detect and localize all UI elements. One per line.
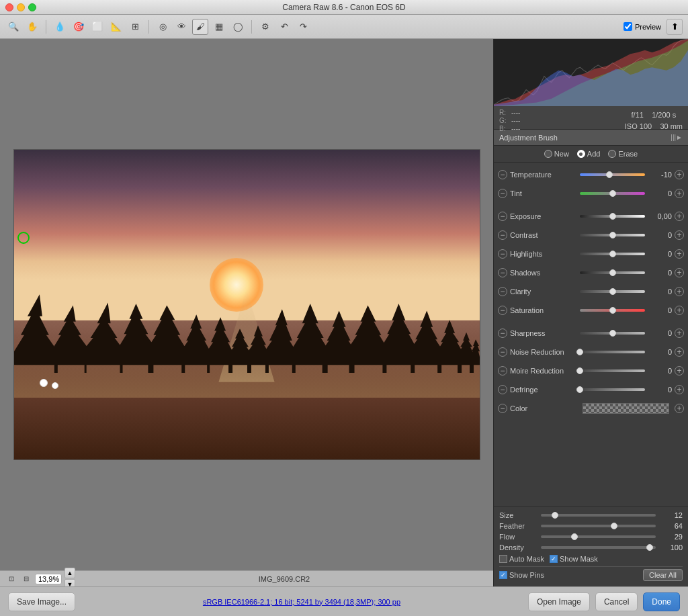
slider-track-4[interactable]	[580, 253, 645, 255]
slider-minus-6[interactable]: −	[498, 287, 507, 296]
fit-button[interactable]: ⊟	[20, 573, 32, 585]
brush-thumb-1[interactable]	[611, 523, 617, 529]
slider-track-8[interactable]	[580, 332, 645, 335]
color-swatch[interactable]	[583, 403, 669, 414]
radial-filter-tool[interactable]: ◯	[230, 19, 246, 35]
new-radio[interactable]	[544, 150, 552, 158]
footer-link[interactable]: sRGB IEC61966-2.1; 16 bit; 5241 by 3494 …	[75, 598, 528, 606]
white-balance-tool[interactable]: 💧	[52, 19, 68, 35]
slider-plus-8[interactable]: +	[675, 328, 684, 338]
pin-marker-white-2[interactable]	[52, 382, 58, 389]
preview-check[interactable]	[624, 22, 632, 31]
slider-thumb-10[interactable]	[576, 367, 583, 374]
color-minus[interactable]: −	[498, 404, 507, 413]
redo-tool[interactable]: ↷	[295, 19, 311, 35]
slider-thumb-6[interactable]	[609, 288, 616, 295]
brush-track-1[interactable]	[541, 525, 656, 527]
save-image-button[interactable]: Save Image...	[8, 592, 75, 611]
slider-plus-1[interactable]: +	[675, 189, 684, 198]
brush-track-0[interactable]	[541, 514, 656, 517]
photo-frame[interactable]	[13, 149, 480, 460]
slider-track-6[interactable]	[580, 290, 645, 293]
slider-thumb-2[interactable]	[609, 213, 616, 220]
brush-thumb-0[interactable]	[552, 512, 558, 519]
slider-thumb-5[interactable]	[609, 269, 616, 276]
show-pins-cb[interactable]: ✓	[499, 571, 507, 579]
brush-thumb-3[interactable]	[646, 544, 653, 551]
zoom-down[interactable]: ▼	[64, 579, 75, 586]
mode-erase[interactable]: Erase	[608, 150, 638, 158]
slider-plus-5[interactable]: +	[675, 268, 684, 277]
image-container[interactable]	[0, 39, 493, 570]
transform-tool[interactable]: ⊞	[127, 19, 143, 35]
slider-plus-4[interactable]: +	[675, 249, 684, 259]
clear-all-button[interactable]: Clear All	[643, 569, 683, 581]
share-button[interactable]: ⬆	[666, 19, 683, 35]
slider-thumb-9[interactable]	[576, 349, 583, 355]
straighten-tool[interactable]: 📐	[108, 19, 124, 35]
slider-minus-0[interactable]: −	[498, 170, 507, 179]
slider-track-9[interactable]	[580, 351, 645, 353]
slider-track-0[interactable]	[580, 173, 645, 176]
slider-track-11[interactable]	[580, 388, 645, 391]
adjustment-brush-tool[interactable]: 🖌	[192, 19, 208, 35]
slider-track-7[interactable]	[580, 309, 645, 312]
slider-plus-10[interactable]: +	[675, 366, 684, 376]
preferences-tool[interactable]: ⚙	[257, 19, 273, 35]
slider-minus-5[interactable]: −	[498, 268, 507, 277]
open-image-button[interactable]: Open Image	[528, 592, 590, 611]
color-plus[interactable]: +	[675, 404, 684, 413]
done-button[interactable]: Done	[643, 592, 680, 611]
close-button[interactable]	[5, 3, 13, 11]
zoom-tool[interactable]: 🔍	[5, 19, 22, 35]
mode-new[interactable]: New	[544, 150, 569, 158]
slider-plus-6[interactable]: +	[675, 287, 684, 296]
slider-minus-8[interactable]: −	[498, 328, 507, 338]
undo-tool[interactable]: ↶	[276, 19, 292, 35]
show-mask-cb[interactable]: ✓	[550, 555, 558, 563]
cancel-button[interactable]: Cancel	[595, 592, 638, 611]
slider-minus-9[interactable]: −	[498, 347, 507, 357]
slider-track-10[interactable]	[580, 369, 645, 372]
slider-plus-2[interactable]: +	[675, 212, 684, 221]
slider-minus-11[interactable]: −	[498, 385, 507, 394]
brush-track-2[interactable]	[541, 535, 656, 538]
brush-track-3[interactable]	[541, 546, 656, 549]
minimize-button[interactable]	[17, 3, 25, 11]
slider-track-3[interactable]	[580, 234, 645, 236]
slider-minus-7[interactable]: −	[498, 306, 507, 315]
crop-tool[interactable]: ⬜	[89, 19, 105, 35]
slider-plus-0[interactable]: +	[675, 170, 684, 179]
slider-track-2[interactable]	[580, 215, 645, 218]
slider-track-1[interactable]	[580, 192, 645, 195]
preview-checkbox[interactable]: Preview	[624, 22, 661, 31]
red-eye-tool[interactable]: 👁	[173, 19, 189, 35]
slider-minus-1[interactable]: −	[498, 189, 507, 198]
show-mask-checkbox[interactable]: ✓ Show Mask	[550, 555, 598, 563]
slider-minus-10[interactable]: −	[498, 366, 507, 376]
brush-thumb-2[interactable]	[571, 533, 578, 540]
pin-marker-green[interactable]	[17, 232, 30, 244]
show-pins-checkbox[interactable]: ✓ Show Pins	[499, 571, 544, 579]
slider-track-5[interactable]	[580, 271, 645, 274]
slider-thumb-1[interactable]	[609, 190, 616, 197]
slider-plus-9[interactable]: +	[675, 347, 684, 357]
slider-thumb-7[interactable]	[609, 307, 616, 314]
slider-minus-2[interactable]: −	[498, 212, 507, 221]
slider-thumb-11[interactable]	[576, 386, 583, 393]
slider-minus-3[interactable]: −	[498, 230, 507, 240]
maximize-button[interactable]	[28, 3, 36, 11]
slider-plus-7[interactable]: +	[675, 306, 684, 315]
spot-removal-tool[interactable]: ◎	[155, 19, 171, 35]
add-radio[interactable]	[577, 150, 585, 158]
slider-thumb-3[interactable]	[609, 232, 616, 238]
slider-minus-4[interactable]: −	[498, 249, 507, 259]
mode-add[interactable]: Add	[577, 150, 601, 158]
slider-thumb-8[interactable]	[609, 330, 616, 337]
erase-radio[interactable]	[608, 150, 616, 158]
slider-plus-3[interactable]: +	[675, 230, 684, 240]
pin-marker-white-1[interactable]	[40, 379, 48, 387]
slider-thumb-0[interactable]	[606, 171, 613, 178]
color-sampler-tool[interactable]: 🎯	[71, 19, 87, 35]
hand-tool[interactable]: ✋	[24, 19, 40, 35]
